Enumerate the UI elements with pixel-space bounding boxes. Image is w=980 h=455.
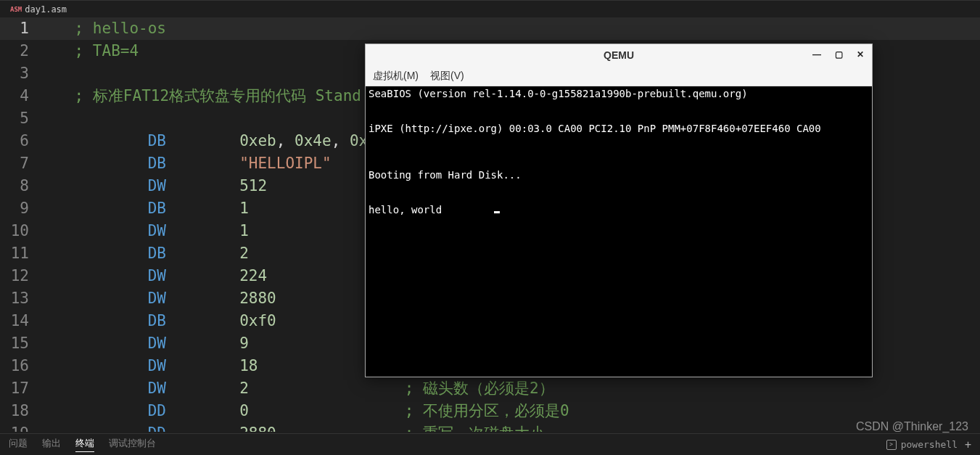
bottom-panel: 问题输出终端调试控制台 > powershell + xyxy=(0,433,980,455)
qemu-titlebar[interactable]: QEMU — ▢ ✕ xyxy=(366,44,872,66)
line-number: 2 xyxy=(0,40,38,62)
panel-tab[interactable]: 调试控制台 xyxy=(109,437,156,452)
line-number: 12 xyxy=(0,265,38,287)
line-number: 8 xyxy=(0,175,38,197)
line-number: 6 xyxy=(0,130,38,152)
line-number: 9 xyxy=(0,197,38,220)
line-number: 14 xyxy=(0,310,38,332)
line-number: 15 xyxy=(0,332,38,355)
qemu-console[interactable]: SeaBIOS (version rel-1.14.0-0-g155821a19… xyxy=(366,86,872,377)
line-number: 18 xyxy=(0,400,38,422)
line-number: 5 xyxy=(0,107,38,130)
line-number: 11 xyxy=(0,242,38,265)
line-number: 19 xyxy=(0,422,38,432)
qemu-menubar: 虚拟机(M)视图(V) xyxy=(366,66,872,86)
qemu-menu-item[interactable]: 视图(V) xyxy=(430,70,464,83)
panel-tab[interactable]: 输出 xyxy=(42,437,61,452)
watermark: CSDN @Thinker_123 xyxy=(856,420,968,433)
code-content: DB 0xeb, 0x4e, 0x90 xyxy=(38,130,387,152)
terminal-cursor xyxy=(494,211,500,213)
code-content: DD 2880 ; 重写一次磁盘大小 xyxy=(38,422,545,432)
maximize-button[interactable]: ▢ xyxy=(830,46,847,63)
code-line[interactable]: 19 DD 2880 ; 重写一次磁盘大小 xyxy=(0,422,980,432)
line-number: 3 xyxy=(0,62,38,85)
code-content: DW 2 ; 磁头数（必须是2） xyxy=(38,377,554,400)
line-number: 1 xyxy=(0,17,38,40)
panel-tab[interactable]: 问题 xyxy=(9,437,28,452)
qemu-title: QEMU xyxy=(604,49,634,61)
line-number: 10 xyxy=(0,220,38,242)
add-terminal-button[interactable]: + xyxy=(965,438,971,451)
window-controls: — ▢ ✕ xyxy=(808,46,869,63)
qemu-menu-item[interactable]: 虚拟机(M) xyxy=(373,70,419,83)
editor-tab-bar: ASM day1.asm xyxy=(0,0,980,17)
close-button[interactable]: ✕ xyxy=(852,46,869,63)
file-tab-label: day1.asm xyxy=(25,4,67,15)
asm-file-icon: ASM xyxy=(10,6,22,13)
line-number: 4 xyxy=(0,85,38,107)
qemu-window: QEMU — ▢ ✕ 虚拟机(M)视图(V) SeaBIOS (version … xyxy=(365,44,873,377)
code-line[interactable]: 17 DW 2 ; 磁头数（必须是2） xyxy=(0,377,980,400)
panel-tab[interactable]: 终端 xyxy=(75,437,94,452)
panel-tabs: 问题输出终端调试控制台 xyxy=(0,437,156,452)
panel-right: > powershell + xyxy=(886,438,980,451)
line-number: 13 xyxy=(0,287,38,310)
line-number: 7 xyxy=(0,152,38,175)
line-number: 17 xyxy=(0,377,38,400)
file-tab[interactable]: ASM day1.asm xyxy=(4,3,73,16)
code-line[interactable]: 1 ; hello-os xyxy=(0,17,980,40)
code-content: ; 标准FAT12格式软盘专用的代码 Stand F xyxy=(38,85,379,107)
code-content: ; TAB=4 xyxy=(38,40,139,62)
code-line[interactable]: 18 DD 0 ; 不使用分区，必须是0 xyxy=(0,400,980,422)
powershell-icon: > xyxy=(886,440,897,450)
code-content: DD 0 ; 不使用分区，必须是0 xyxy=(38,400,569,422)
line-number: 16 xyxy=(0,355,38,377)
code-content: ; hello-os xyxy=(38,17,166,40)
terminal-type-label: powershell xyxy=(901,439,958,450)
minimize-button[interactable]: — xyxy=(808,46,825,63)
